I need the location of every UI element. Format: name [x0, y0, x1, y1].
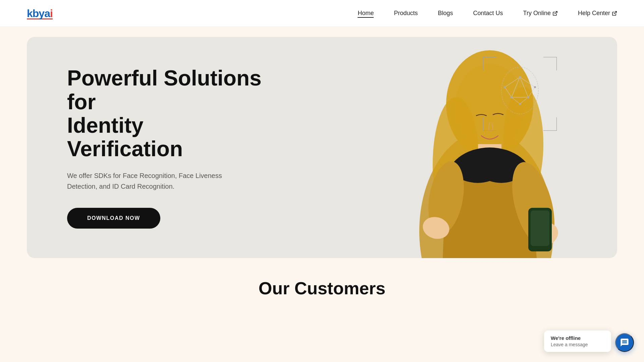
hero-content: Powerful Solutions for Identity Verifica…: [27, 66, 262, 229]
nav-link-try-online[interactable]: Try Online: [523, 10, 558, 17]
chat-status: We're offline: [551, 335, 604, 341]
our-customers-section: Our Customers: [0, 258, 644, 305]
nav-link-home[interactable]: Home: [358, 10, 374, 18]
download-now-button[interactable]: DOWNLOAD NOW: [67, 208, 160, 229]
chat-open-button[interactable]: [615, 333, 634, 352]
logo-a: a: [44, 7, 50, 19]
svg-line-3: [512, 77, 520, 97]
svg-point-15: [504, 86, 506, 88]
nav-link-help-center[interactable]: Help Center: [578, 10, 617, 17]
nav-item-contact[interactable]: Contact Us: [473, 10, 503, 17]
nav-link-blogs[interactable]: Blogs: [438, 10, 453, 16]
external-link-icon: [552, 11, 558, 16]
logo[interactable]: kbyai: [27, 7, 53, 19]
hero-section: Powerful Solutions for Identity Verifica…: [27, 37, 617, 258]
chat-message-icon: [620, 338, 629, 347]
external-link-icon-2: [612, 11, 617, 16]
nav-link-products[interactable]: Products: [394, 10, 418, 16]
svg-line-0: [555, 11, 557, 14]
hero-woman-figure: [342, 37, 617, 258]
svg-line-10: [512, 97, 520, 104]
navbar: kbyai Home Products Blogs Contact Us Try…: [0, 0, 644, 27]
nav-item-try-online[interactable]: Try Online: [523, 10, 558, 17]
nav-item-help-center[interactable]: Help Center: [578, 10, 617, 17]
nav-item-home[interactable]: Home: [358, 10, 374, 17]
hero-title: Powerful Solutions for Identity Verifica…: [67, 66, 262, 161]
svg-line-4: [520, 77, 528, 97]
svg-line-8: [505, 87, 512, 97]
logo-kby: kby: [27, 7, 44, 19]
svg-point-13: [511, 96, 513, 98]
nav-link-contact[interactable]: Contact Us: [473, 10, 503, 16]
svg-line-11: [520, 97, 528, 104]
svg-rect-30: [531, 210, 549, 246]
svg-point-14: [527, 96, 529, 98]
nav-item-blogs[interactable]: Blogs: [438, 10, 453, 17]
chat-bubble: We're offline Leave a message: [544, 330, 611, 352]
chat-widget: We're offline Leave a message: [544, 330, 634, 352]
hero-wrapper: Powerful Solutions for Identity Verifica…: [0, 27, 644, 258]
face-recognition-overlay: [483, 57, 557, 131]
nav-item-products[interactable]: Products: [394, 10, 418, 17]
logo-i: i: [50, 7, 53, 19]
svg-line-9: [528, 87, 535, 97]
svg-point-17: [519, 103, 521, 105]
our-customers-heading: Our Customers: [27, 278, 617, 298]
nav-links: Home Products Blogs Contact Us Try Onlin…: [358, 10, 617, 17]
hero-subtitle: We offer SDKs for Face Recognition, Face…: [67, 170, 228, 192]
chat-action: Leave a message: [551, 342, 604, 347]
svg-point-16: [534, 86, 536, 88]
svg-point-12: [519, 76, 521, 78]
hero-image-area: [342, 37, 617, 258]
svg-line-1: [614, 11, 616, 14]
